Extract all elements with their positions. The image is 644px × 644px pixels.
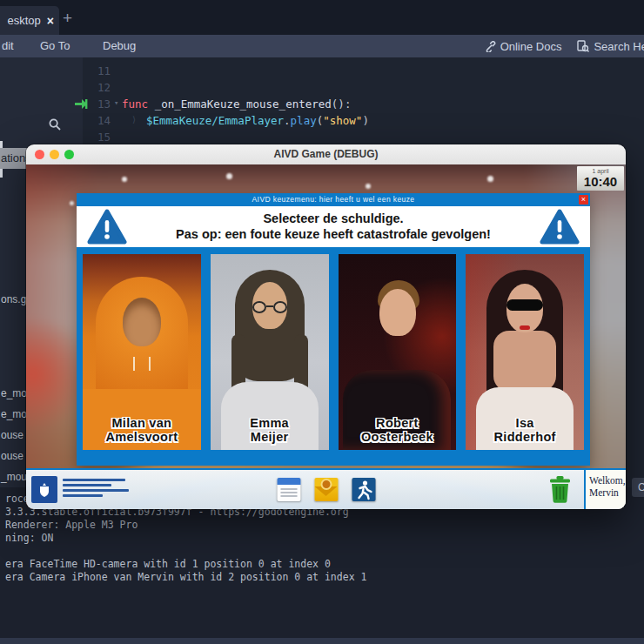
light-dot — [366, 184, 371, 189]
suspect-name-line: Amelsvoort — [83, 430, 201, 444]
light-dot — [70, 201, 74, 205]
tab-desktop-label: esktop — [8, 14, 41, 27]
method-item[interactable]: ouse — [1, 450, 23, 462]
traffic-light-minimize[interactable] — [50, 150, 59, 159]
light-dot — [122, 177, 127, 182]
taskbar-icons — [277, 478, 375, 501]
suspect-name-line: Isa — [466, 416, 584, 430]
code-token: _on_EmmaKeuze_mouse_entered — [148, 97, 332, 111]
code-token: (): — [332, 97, 352, 111]
editor-tab-bar: esktop × + — [0, 0, 644, 35]
traffic-light-zoom[interactable] — [64, 150, 74, 159]
code-token: play — [291, 114, 317, 127]
code-line-14: $EmmaKeuze/EmmaPlayer.play("show") — [146, 114, 369, 127]
output-panel: roce 3.3.3.stable.official.b973f997f - h… — [0, 487, 644, 644]
taskbar-right: Welkom, Mervin — [548, 470, 626, 509]
line-number: 12 — [83, 81, 111, 94]
fold-chevron-icon[interactable]: ▾ — [114, 98, 118, 107]
indent-guide-icon: ⟩ — [131, 115, 137, 124]
welcome-panel: Welkom, Mervin — [586, 470, 626, 509]
script-menu-bar: dit Go To Debug Online Docs Search Help — [0, 35, 644, 57]
method-item[interactable]: e_mo — [1, 408, 27, 420]
traffic-light-close[interactable] — [35, 150, 44, 159]
warning-text: Selecteer de schuldige. Pas op: een fout… — [127, 211, 540, 241]
method-item[interactable]: ouse — [1, 429, 23, 441]
dialog-title: AIVD keuzemenu: hier heeft u wel een keu… — [77, 193, 590, 206]
output-line: ning: ON — [5, 532, 366, 545]
suspect-card-emma[interactable]: Emma Meijer — [211, 254, 329, 450]
suspect-name-line: Oosterbeek — [339, 430, 457, 444]
search-icon[interactable] — [49, 118, 61, 131]
game-clock: 1 april 10:40 — [577, 166, 624, 191]
light-dot — [487, 176, 493, 182]
exit-icon[interactable] — [352, 478, 375, 501]
suspect-name-line: Milan van — [83, 416, 201, 430]
menu-goto[interactable]: Go To — [40, 39, 70, 52]
suspect-face — [379, 289, 416, 336]
menu-edit[interactable]: dit — [2, 39, 14, 52]
warning-triangle-icon — [540, 209, 580, 245]
suspect-name-line: Meijer — [211, 430, 329, 444]
code-token: ) — [362, 114, 369, 127]
game-taskbar: Welkom, Mervin — [26, 468, 626, 509]
output-line: era FaceTime HD-camera with id 1 positio… — [5, 558, 366, 571]
output-line: Renderer: Apple M3 Pro — [5, 519, 366, 532]
suspect-card-milan[interactable]: Milan van Amelsvoort — [83, 254, 201, 450]
code-token: $EmmaKeuze/EmmaPlayer — [146, 114, 284, 127]
warning-triangle-icon — [87, 209, 127, 245]
hoodie-drawstring — [149, 357, 151, 371]
suspect-name: Emma Meijer — [211, 416, 329, 444]
new-tab-button[interactable]: + — [63, 9, 72, 28]
mail-icon[interactable] — [314, 478, 338, 501]
search-help-button[interactable]: Search Help — [577, 40, 644, 53]
suspect-grid: Milan van Amelsvoort — [83, 254, 584, 450]
warning-banner: Selecteer de schuldige. Pas op: een fout… — [77, 206, 590, 247]
output-line — [5, 545, 366, 558]
choice-dialog: AIVD keuzemenu: hier heeft u wel een keu… — [77, 193, 590, 466]
suspect-name: Milan van Amelsvoort — [83, 416, 201, 444]
line-number: 15 — [83, 131, 111, 144]
dialog-titlebar[interactable]: AIVD keuzemenu: hier heeft u wel een keu… — [77, 193, 590, 206]
output-line: era Camera iPhone van Mervin with id 2 p… — [5, 571, 366, 584]
hoodie-drawstring — [133, 357, 135, 371]
game-titlebar[interactable]: AIVD Game (DEBUG) — [26, 144, 626, 164]
line-number: 14 — [83, 114, 111, 127]
warning-line-2: Pas op: een foute keuze heeft catastrofa… — [127, 227, 540, 242]
online-docs-button[interactable]: Online Docs — [485, 40, 562, 53]
line-number: 11 — [83, 64, 111, 77]
suspect-name-line: Emma — [211, 416, 329, 430]
close-icon[interactable]: × — [47, 15, 54, 27]
trash-button[interactable] — [548, 470, 584, 509]
link-icon — [485, 41, 496, 52]
clock-time: 10:40 — [577, 175, 624, 189]
method-item[interactable]: _mou — [1, 471, 27, 483]
code-line-13: func _on_EmmaKeuze_mouse_entered(): — [122, 97, 351, 111]
game-viewport: 1 april 10:40 AIVD keuzemenu: hier heeft… — [26, 164, 626, 509]
sunglasses — [506, 299, 543, 311]
debug-arrow-icon — [75, 99, 88, 109]
screen: esktop × + dit Go To Debug Online Docs S… — [0, 0, 644, 644]
method-item[interactable]: e_mo — [1, 387, 27, 399]
tab-desktop[interactable]: esktop × — [0, 6, 59, 35]
aivd-logo-group — [31, 476, 129, 503]
script-item[interactable]: ons.g — [1, 293, 26, 305]
suspect-name-line: Robert — [339, 416, 457, 430]
aivd-logo — [31, 476, 57, 503]
welcome-line: Mervin — [589, 486, 622, 499]
suspect-card-isa[interactable]: Isa Ridderhof — [466, 254, 584, 450]
lips — [520, 325, 530, 330]
notes-icon[interactable] — [277, 478, 300, 501]
suspect-name-line: Ridderhof — [466, 430, 584, 444]
code-token: "show" — [323, 114, 362, 127]
suspect-name: Isa Ridderhof — [466, 416, 584, 444]
menu-debug[interactable]: Debug — [103, 39, 136, 52]
clear-output-button[interactable]: C — [632, 478, 644, 497]
online-docs-label: Online Docs — [500, 40, 562, 53]
code-token: . — [284, 114, 291, 127]
trash-icon — [548, 476, 572, 503]
dialog-close-button[interactable]: × — [579, 195, 588, 205]
suspect-name: Robert Oosterbeek — [339, 416, 457, 444]
suspect-card-robert[interactable]: Robert Oosterbeek — [339, 254, 457, 450]
glasses — [251, 301, 289, 314]
suspect-shoulders — [493, 331, 556, 392]
